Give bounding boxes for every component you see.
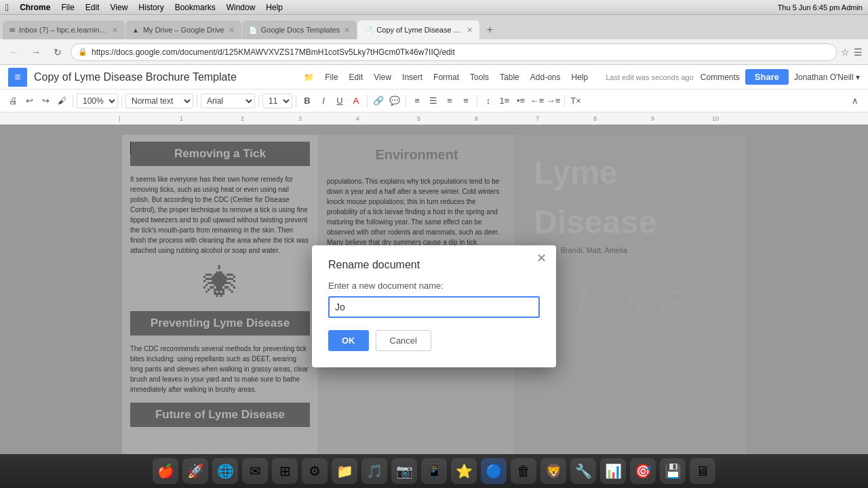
mac-dock: 🍎 🚀 🌐 ✉ ⊞ ⚙ 📁 🎵 📷 📱 ⭐ 🔵 🗑 🦁 🔧 📊 🎯 💾 🖥: [0, 454, 868, 488]
dock-mail[interactable]: ✉: [242, 458, 268, 484]
toolbar-separator-5: [296, 95, 296, 107]
tools-menu[interactable]: Tools: [466, 71, 493, 83]
bookmarks-menu-item[interactable]: Bookmarks: [175, 3, 216, 12]
font-select[interactable]: Arial: [201, 94, 255, 108]
modal-close-button[interactable]: ✕: [536, 252, 547, 264]
dock-extra4[interactable]: 🎯: [630, 458, 656, 484]
document-page[interactable]: Removing a Tick It seems like everyone h…: [122, 135, 746, 478]
url-bar[interactable]: 🔒 https://docs.google.com/document/d/125…: [71, 43, 837, 61]
doc-menu: File Edit View Insert Format Tools Table…: [321, 71, 592, 83]
align-left-button[interactable]: ≡: [410, 94, 425, 108]
bullet-list-button[interactable]: •≡: [513, 94, 528, 108]
addons-menu[interactable]: Add-ons: [526, 71, 565, 83]
apple-menu[interactable]: : [5, 2, 9, 13]
italic-button[interactable]: I: [316, 94, 331, 108]
dock-extra2[interactable]: 🔧: [570, 458, 596, 484]
tab-inbox[interactable]: ✉ Inbox (7) – hpc.e.learning... ✕: [3, 20, 125, 39]
zoom-select[interactable]: 100%: [77, 94, 118, 108]
new-tab-button[interactable]: +: [480, 20, 499, 39]
bold-button[interactable]: B: [300, 94, 315, 108]
user-account[interactable]: Jonathan O'Neill ▾: [794, 73, 860, 82]
collapse-toolbar-button[interactable]: ∧: [848, 94, 863, 108]
dock-files[interactable]: 📁: [332, 458, 357, 484]
link-button[interactable]: 🔗: [371, 94, 386, 108]
back-button[interactable]: ←: [5, 43, 23, 61]
modal-label: Enter a new document name:: [328, 281, 540, 291]
dock-firefox[interactable]: 🌐: [212, 458, 238, 484]
align-right-button[interactable]: ≡: [442, 94, 457, 108]
dock-finder[interactable]: 🍎: [153, 458, 178, 484]
dock-settings[interactable]: ⚙: [302, 458, 328, 484]
share-button[interactable]: Share: [745, 69, 789, 85]
folder-icon[interactable]: 📁: [304, 73, 314, 82]
numbered-list-button[interactable]: 1≡: [497, 94, 512, 108]
dock-extra3[interactable]: 📊: [600, 458, 626, 484]
dock-extra1[interactable]: 🦁: [540, 458, 566, 484]
history-menu-item[interactable]: History: [138, 3, 163, 12]
forward-button[interactable]: →: [27, 43, 45, 61]
format-menu[interactable]: Format: [429, 71, 463, 83]
ok-button[interactable]: OK: [328, 330, 369, 351]
tab-close-2[interactable]: ✕: [229, 26, 235, 35]
dock-chrome[interactable]: 🔵: [481, 458, 507, 484]
dock-trash[interactable]: 🗑: [511, 458, 536, 484]
window-menu-item[interactable]: Window: [226, 3, 256, 12]
tab-favicon-1: ✉: [9, 26, 15, 34]
font-size-select[interactable]: 11: [262, 94, 292, 108]
star-button[interactable]: ☆: [841, 47, 850, 58]
increase-indent-button[interactable]: →≡: [546, 94, 561, 108]
view-menu[interactable]: View: [370, 71, 395, 83]
mac-menubar:  Chrome File Edit View History Bookmark…: [0, 0, 868, 15]
print-button[interactable]: 🖨: [5, 94, 20, 108]
url-text: https://docs.google.com/document/d/125KM…: [92, 47, 829, 57]
help-menu-item[interactable]: Help: [266, 3, 283, 12]
dock-apps[interactable]: ⊞: [272, 458, 298, 484]
dock-phone[interactable]: 📱: [421, 458, 447, 484]
dock-photos[interactable]: 📷: [391, 458, 417, 484]
comments-button[interactable]: Comments: [701, 73, 740, 82]
dock-launchpad[interactable]: 🚀: [182, 458, 208, 484]
dock-music[interactable]: 🎵: [361, 458, 387, 484]
file-menu-item[interactable]: File: [61, 3, 74, 12]
comment-button[interactable]: 💬: [387, 94, 402, 108]
decrease-indent-button[interactable]: ←≡: [530, 94, 545, 108]
tab-close-3[interactable]: ✕: [344, 26, 350, 35]
underline-button[interactable]: U: [332, 94, 347, 108]
tab-favicon-3: 📄: [249, 26, 257, 34]
line-spacing-button[interactable]: ↕: [481, 94, 496, 108]
refresh-button[interactable]: ↻: [49, 43, 66, 61]
redo-button[interactable]: ↪: [38, 94, 53, 108]
file-menu[interactable]: File: [321, 71, 342, 83]
undo-button[interactable]: ↩: [22, 94, 37, 108]
tab-close-4[interactable]: ✕: [467, 26, 473, 35]
tab-templates[interactable]: 📄 Google Docs Templates ✕: [242, 20, 357, 39]
tab-drive[interactable]: ▲ My Drive – Google Drive ✕: [125, 20, 241, 39]
dock-extra5[interactable]: 💾: [660, 458, 686, 484]
text-color-button[interactable]: A: [349, 94, 363, 108]
toolbar-separator-2: [121, 95, 122, 107]
view-menu-item[interactable]: View: [111, 3, 128, 12]
chrome-menu-item[interactable]: Chrome: [20, 3, 50, 12]
doc-title[interactable]: Copy of Lyme Disease Brochure Template: [34, 71, 294, 83]
style-select[interactable]: Normal text: [125, 94, 193, 108]
help-menu[interactable]: Help: [568, 71, 593, 83]
cancel-button[interactable]: Cancel: [376, 330, 431, 351]
align-center-button[interactable]: ☰: [426, 94, 441, 108]
dock-extra6[interactable]: 🖥: [690, 458, 715, 484]
insert-menu[interactable]: Insert: [398, 71, 427, 83]
ruler: | 1 2 3 4 5 6 7 8 9 10: [0, 113, 868, 125]
edit-menu[interactable]: Edit: [345, 71, 368, 83]
tab-close-1[interactable]: ✕: [112, 26, 118, 35]
rename-input[interactable]: [328, 296, 540, 318]
modal-overlay: ✕ Rename document Enter a new document n…: [122, 135, 746, 478]
edit-menu-item[interactable]: Edit: [85, 3, 100, 12]
tab-lyme-doc[interactable]: 📄 Copy of Lyme Disease Bro... ✕: [357, 20, 479, 39]
table-menu[interactable]: Table: [496, 71, 524, 83]
clear-format-button[interactable]: T×: [568, 94, 583, 108]
paint-format-button[interactable]: 🖌: [54, 94, 69, 108]
tab-label-3: Google Docs Templates: [261, 26, 340, 34]
tab-label-4: Copy of Lyme Disease Bro...: [376, 26, 462, 34]
dock-star[interactable]: ⭐: [451, 458, 477, 484]
justify-button[interactable]: ≡: [458, 94, 473, 108]
chrome-menu-button[interactable]: ☰: [854, 47, 863, 58]
